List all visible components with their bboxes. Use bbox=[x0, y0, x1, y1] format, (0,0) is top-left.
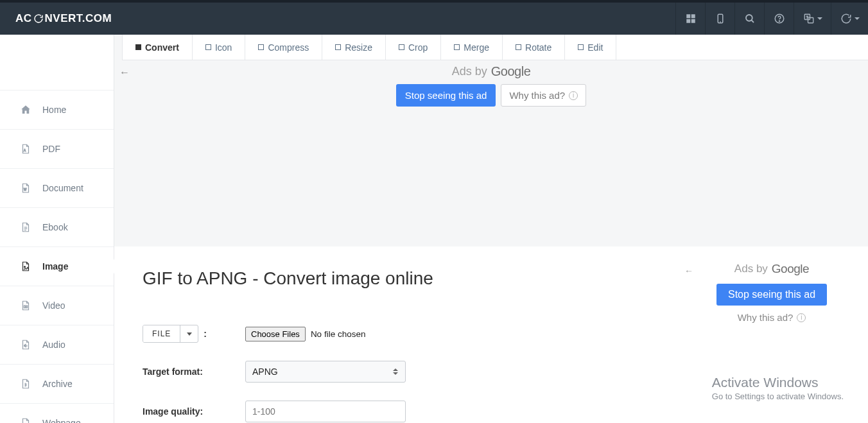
sidebar-item-label: Archive bbox=[42, 379, 73, 389]
ad-banner-right: ← Ads by Google Stop seeing this ad Why … bbox=[688, 262, 855, 323]
svg-rect-3 bbox=[691, 19, 695, 23]
grid-icon[interactable] bbox=[675, 3, 705, 35]
sidebar-item-label: PDF bbox=[42, 144, 60, 154]
refresh-button[interactable] bbox=[831, 3, 868, 35]
chevron-down-icon bbox=[817, 17, 822, 20]
ebook-icon bbox=[19, 221, 32, 233]
tab-icon[interactable]: Icon bbox=[193, 35, 245, 60]
image-quality-label: Image quality: bbox=[143, 406, 245, 417]
file-input-group: Choose Files No file chosen bbox=[245, 327, 365, 341]
sidebar-item-label: Document bbox=[42, 183, 83, 193]
tab-label: Resize bbox=[345, 42, 372, 53]
why-ad-button[interactable]: Why this ad? i bbox=[501, 84, 586, 107]
chevron-down-icon bbox=[187, 332, 192, 336]
tab-crop[interactable]: Crop bbox=[386, 35, 441, 60]
updown-icon bbox=[392, 368, 399, 375]
back-arrow-icon[interactable]: ← bbox=[684, 266, 693, 276]
image-quality-input[interactable] bbox=[245, 401, 406, 422]
tab-label: Compress bbox=[268, 42, 309, 53]
square-icon bbox=[335, 44, 341, 50]
sidebar-item-pdf[interactable]: A PDF bbox=[0, 129, 114, 168]
file-source-dropdown[interactable] bbox=[180, 325, 198, 342]
why-ad-row[interactable]: Why this ad? i bbox=[688, 312, 855, 323]
info-icon: i bbox=[569, 91, 578, 100]
stop-ad-button[interactable]: Stop seeing this ad bbox=[716, 284, 827, 306]
tab-convert[interactable]: Convert bbox=[122, 35, 193, 60]
sidebar-item-video[interactable]: Video bbox=[0, 286, 114, 325]
search-icon[interactable] bbox=[734, 3, 764, 35]
tab-resize[interactable]: Resize bbox=[322, 35, 386, 60]
ads-by-label: Ads by Google bbox=[688, 262, 855, 276]
back-arrow-icon[interactable]: ← bbox=[119, 67, 130, 78]
tab-label: Merge bbox=[464, 42, 489, 53]
svg-line-7 bbox=[751, 20, 754, 22]
top-navbar: AC NVERT.COM bbox=[0, 0, 868, 35]
home-icon bbox=[19, 104, 32, 116]
info-icon: i bbox=[797, 313, 806, 322]
sidebar-item-audio[interactable]: Audio bbox=[0, 325, 114, 364]
svg-point-9 bbox=[779, 21, 779, 21]
svg-rect-0 bbox=[686, 14, 690, 18]
tab-rotate[interactable]: Rotate bbox=[503, 35, 565, 60]
tab-merge[interactable]: Merge bbox=[441, 35, 503, 60]
square-icon bbox=[454, 44, 460, 50]
chevron-down-icon bbox=[855, 17, 860, 20]
sidebar-item-label: Webpage bbox=[42, 418, 81, 423]
document-icon: W bbox=[19, 182, 32, 194]
sidebar-item-image[interactable]: Image bbox=[0, 246, 114, 286]
target-format-row: Target format: APNG bbox=[143, 361, 840, 383]
choose-files-button[interactable]: Choose Files bbox=[245, 327, 306, 341]
sidebar-item-label: Video bbox=[42, 300, 65, 311]
video-icon bbox=[19, 300, 32, 311]
select-value: APNG bbox=[252, 367, 278, 377]
sidebar-item-label: Home bbox=[42, 105, 66, 115]
square-icon bbox=[135, 44, 141, 50]
square-icon bbox=[399, 44, 404, 50]
brand-logo[interactable]: AC NVERT.COM bbox=[0, 12, 112, 25]
archive-icon bbox=[19, 378, 32, 390]
help-icon[interactable] bbox=[764, 3, 794, 35]
svg-text:A: A bbox=[24, 149, 26, 152]
tab-edit[interactable]: Edit bbox=[565, 35, 616, 60]
ads-prefix: Ads by bbox=[734, 263, 768, 275]
sidebar-item-archive[interactable]: Archive bbox=[0, 364, 114, 403]
tab-label: Rotate bbox=[525, 42, 551, 53]
sidebar-item-label: Ebook bbox=[42, 222, 68, 232]
brand-prefix: AC bbox=[15, 12, 32, 25]
stop-ad-button[interactable]: Stop seeing this ad bbox=[396, 84, 496, 107]
svg-rect-2 bbox=[686, 19, 690, 23]
why-ad-label: Why this ad? bbox=[738, 312, 794, 323]
square-icon bbox=[258, 44, 264, 50]
square-icon bbox=[516, 44, 521, 50]
brand-suffix: NVERT.COM bbox=[45, 12, 112, 25]
target-format-select[interactable]: APNG bbox=[245, 361, 406, 383]
ads-by-label: Ads by Google bbox=[388, 64, 594, 79]
sidebar-item-ebook[interactable]: Ebook bbox=[0, 207, 114, 246]
file-source-button[interactable]: FILE bbox=[143, 325, 180, 342]
ad-center: Ads by Google Stop seeing this ad Why th… bbox=[388, 64, 594, 107]
left-sidebar: Home A PDF W Document Ebook Image Video bbox=[0, 35, 114, 423]
google-logo-text: Google bbox=[772, 262, 809, 276]
webpage-icon bbox=[19, 417, 32, 423]
sidebar-item-home[interactable]: Home bbox=[0, 90, 114, 129]
mobile-icon[interactable] bbox=[705, 3, 734, 35]
tab-label: Convert bbox=[145, 42, 179, 53]
colon: : bbox=[204, 329, 207, 339]
image-icon bbox=[19, 261, 32, 272]
google-logo-text: Google bbox=[491, 64, 531, 79]
tab-compress[interactable]: Compress bbox=[245, 35, 322, 60]
image-quality-row: Image quality: bbox=[143, 401, 840, 422]
sidebar-item-webpage[interactable]: Webpage bbox=[0, 403, 114, 423]
svg-text:W: W bbox=[24, 188, 27, 191]
sidebar-item-document[interactable]: W Document bbox=[0, 168, 114, 207]
sidebar-item-label: Audio bbox=[42, 340, 65, 350]
audio-icon bbox=[19, 339, 32, 350]
translate-icon[interactable] bbox=[794, 3, 831, 35]
content-panel: GIF to APNG - Convert image online FILE … bbox=[114, 246, 868, 423]
tab-label: Icon bbox=[215, 42, 232, 53]
svg-point-17 bbox=[24, 266, 26, 268]
ad-banner-top: ← Ads by Google Stop seeing this ad Why … bbox=[114, 60, 868, 246]
svg-rect-11 bbox=[808, 18, 813, 23]
square-icon bbox=[578, 44, 584, 50]
refresh-icon bbox=[33, 13, 44, 24]
